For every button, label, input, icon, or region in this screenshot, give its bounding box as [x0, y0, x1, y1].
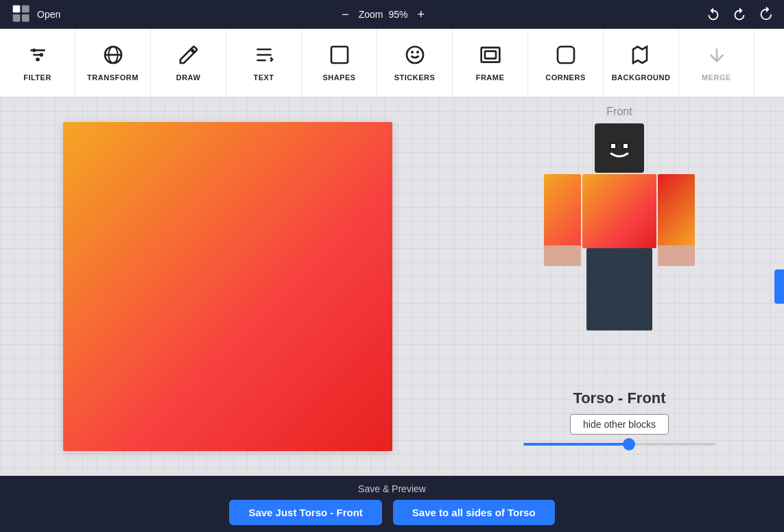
svg-rect-13	[331, 47, 348, 63]
slider-thumb[interactable]	[623, 438, 635, 450]
corners-label: CORNERS	[545, 73, 586, 82]
draw-label: DRAW	[176, 73, 201, 82]
zoom-control: − Zoom 95% +	[337, 6, 429, 23]
shapes-icon	[329, 44, 351, 69]
zoom-value: 95%	[389, 9, 408, 20]
shapes-label: SHAPES	[322, 73, 355, 82]
top-bar-right	[706, 7, 773, 22]
svg-point-9	[36, 58, 39, 61]
filter-icon	[27, 44, 49, 69]
toolbar-draw[interactable]: DRAW	[151, 29, 226, 97]
svg-rect-24	[623, 144, 628, 148]
top-bar-left: Open	[11, 3, 60, 25]
frame-icon	[479, 44, 501, 69]
toolbar-merge[interactable]: MERGE	[679, 29, 755, 97]
slider-track	[523, 443, 715, 446]
toolbar-transform[interactable]: TRANSFORM	[75, 29, 151, 97]
background-label: BACKGROUND	[612, 73, 671, 82]
char-head	[595, 123, 644, 173]
toolbar-stickers[interactable]: STICKERS	[377, 29, 453, 97]
bottom-buttons: Save Just Torso - Front Save to all side…	[229, 500, 554, 525]
preview-area: Front	[455, 97, 784, 476]
svg-rect-20	[599, 128, 640, 169]
char-hand-left	[544, 245, 581, 266]
background-icon	[630, 44, 652, 69]
toolbar-text[interactable]: TEXT	[226, 29, 302, 97]
redo-icon[interactable]	[732, 7, 747, 22]
text-label: TEXT	[253, 73, 274, 82]
stickers-label: STICKERS	[394, 73, 436, 82]
toolbar-background[interactable]: BACKGROUND	[604, 29, 679, 97]
toolbar-filter[interactable]: FILTER	[0, 29, 75, 97]
top-bar: Open − Zoom 95% +	[0, 0, 784, 29]
open-label: Open	[37, 9, 60, 20]
save-all-sides-button[interactable]: Save to all sides of Torso	[393, 500, 555, 525]
svg-point-7	[32, 49, 36, 52]
text-icon	[253, 44, 275, 69]
canvas-image	[63, 122, 392, 451]
open-button[interactable]: Open	[11, 3, 60, 25]
zoom-minus-button[interactable]: −	[337, 6, 353, 23]
transform-label: TRANSFORM	[87, 73, 139, 82]
svg-rect-0	[13, 5, 21, 13]
corners-icon	[555, 44, 577, 69]
stickers-icon	[404, 44, 426, 69]
char-hand-right	[658, 245, 695, 266]
svg-point-8	[39, 53, 43, 56]
save-just-torso-front-button[interactable]: Save Just Torso - Front	[229, 500, 381, 525]
char-leg-right	[617, 248, 652, 330]
preview-slider[interactable]	[523, 443, 715, 446]
char-arm-left	[544, 174, 581, 248]
history-icon[interactable]	[758, 7, 773, 22]
merge-label: MERGE	[702, 73, 731, 82]
zoom-label: Zoom	[359, 9, 383, 20]
zoom-plus-button[interactable]: +	[414, 6, 429, 23]
char-arm-right	[658, 174, 695, 248]
svg-rect-1	[13, 14, 21, 22]
draw-icon	[178, 44, 200, 69]
transform-icon	[102, 44, 124, 69]
svg-rect-23	[611, 144, 615, 148]
svg-rect-18	[485, 51, 496, 59]
char-torso	[582, 174, 656, 248]
front-label: Front	[606, 106, 632, 118]
svg-rect-19	[558, 47, 574, 63]
torso-label: Torso - Front	[573, 389, 665, 407]
merge-icon	[706, 44, 728, 69]
toolbar: FILTER TRANSFORM DRAW TEXT	[0, 29, 784, 97]
slider-fill	[523, 443, 629, 446]
right-edge-tab[interactable]	[774, 269, 784, 304]
toolbar-corners[interactable]: CORNERS	[528, 29, 604, 97]
save-preview-label: Save & Preview	[358, 483, 426, 494]
svg-rect-3	[22, 14, 29, 22]
filter-label: FILTER	[23, 73, 51, 82]
character-preview	[510, 123, 729, 384]
canvas-area[interactable]	[0, 97, 455, 476]
undo-icon[interactable]	[706, 7, 721, 22]
main-area: Front	[0, 97, 784, 476]
bottom-bar: Save & Preview Save Just Torso - Front S…	[0, 476, 784, 532]
hide-other-blocks-button[interactable]: hide other blocks	[570, 414, 669, 435]
toolbar-frame[interactable]: FRAME	[453, 29, 528, 97]
toolbar-shapes[interactable]: SHAPES	[302, 29, 377, 97]
frame-label: FRAME	[476, 73, 505, 82]
svg-rect-2	[22, 5, 29, 13]
svg-point-14	[407, 47, 423, 63]
